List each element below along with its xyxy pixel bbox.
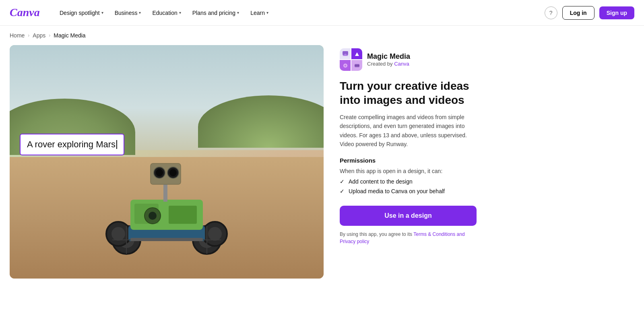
svg-point-20 [156, 169, 163, 176]
svg-text:Canva: Canva [10, 6, 40, 19]
nav-learn[interactable]: Learn ▾ [246, 6, 273, 19]
app-icon-cell-4 [351, 60, 362, 71]
chevron-down-icon: ▾ [101, 10, 103, 15]
svg-rect-16 [169, 206, 197, 224]
help-button[interactable]: ? [545, 6, 557, 19]
app-creator: Created by Canva [367, 61, 410, 67]
breadcrumb-home[interactable]: Home [10, 32, 25, 39]
nav-links: Design spotlight ▾ Business ▾ Education … [55, 6, 545, 19]
breadcrumb-sep-2: › [49, 33, 50, 38]
breadcrumb: Home › Apps › Magic Media [0, 26, 644, 45]
nav-education[interactable]: Education ▾ [147, 6, 186, 19]
breadcrumb-apps[interactable]: Apps [33, 32, 45, 39]
text-cursor [116, 140, 117, 149]
svg-rect-27 [130, 238, 203, 241]
chevron-down-icon: ▾ [266, 10, 268, 15]
creator-link[interactable]: Canva [394, 61, 409, 67]
login-button[interactable]: Log in [562, 6, 594, 20]
breadcrumb-current: Magic Media [54, 32, 85, 39]
main-content: A rover exploring Mars Magic [0, 45, 483, 295]
app-icon-cell-3 [340, 60, 351, 71]
canva-logo[interactable]: Canva [10, 6, 42, 20]
permissions-intro: When this app is open in a design, it ca… [340, 168, 477, 174]
breadcrumb-sep-1: › [28, 33, 29, 38]
permission-item-2: ✓ Upload media to Canva on your behalf [340, 188, 477, 194]
app-header: Magic Media Created by Canva [340, 48, 477, 71]
app-description: Create compelling images and videos from… [340, 113, 477, 149]
terms-text: By using this app, you agree to its Term… [340, 231, 477, 245]
svg-point-32 [344, 64, 346, 66]
app-icon [340, 48, 362, 71]
permission-label-2: Upload media to Canva on your behalf [349, 188, 445, 194]
use-in-design-button[interactable]: Use in a design [340, 206, 477, 226]
hill-right [198, 95, 324, 148]
app-name: Magic Media [367, 52, 410, 61]
svg-point-22 [169, 169, 177, 176]
check-icon-2: ✓ [340, 188, 345, 194]
svg-point-10 [208, 227, 222, 241]
nav-business[interactable]: Business ▾ [110, 6, 146, 19]
svg-point-15 [149, 212, 157, 220]
svg-point-8 [111, 227, 125, 241]
check-icon-1: ✓ [340, 178, 345, 185]
app-title-block: Magic Media Created by Canva [367, 52, 410, 67]
nav-right: ? Log in Sign up [545, 6, 634, 20]
svg-marker-30 [355, 52, 359, 56]
signup-button[interactable]: Sign up [599, 6, 634, 19]
permission-label-1: Add content to the design [349, 178, 413, 185]
prompt-text: A rover exploring Mars [27, 139, 116, 150]
app-icon-cell-1 [340, 48, 351, 59]
app-headline: Turn your creative ideas into images and… [340, 79, 477, 107]
nav-design-spotlight[interactable]: Design spotlight ▾ [55, 6, 108, 19]
prompt-input-overlay: A rover exploring Mars [20, 134, 124, 155]
chevron-down-icon: ▾ [237, 10, 239, 15]
app-icon-cell-2 [351, 48, 362, 59]
navbar: Canva Design spotlight ▾ Business ▾ Educ… [0, 0, 644, 26]
permissions-title: Permissions [340, 157, 477, 164]
app-preview-image: A rover exploring Mars [10, 45, 324, 279]
chevron-down-icon: ▾ [179, 10, 181, 15]
app-sidebar: Magic Media Created by Canva Turn your c… [340, 45, 477, 245]
scene-background: A rover exploring Mars [10, 45, 324, 279]
chevron-down-icon: ▾ [139, 10, 141, 15]
nav-plans-pricing[interactable]: Plans and pricing ▾ [188, 6, 244, 19]
permission-item-1: ✓ Add content to the design [340, 178, 477, 185]
rover-illustration [102, 155, 231, 260]
